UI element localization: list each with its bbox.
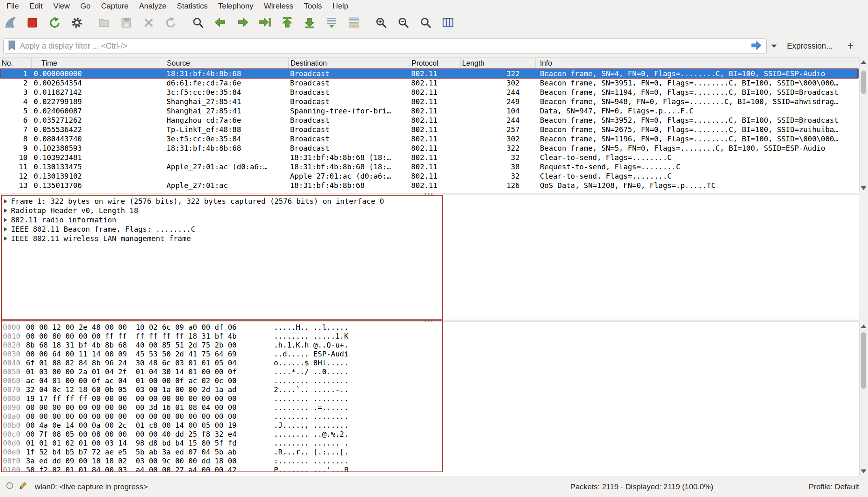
- hex-row[interactable]: 008019 17 ff ff ff 00 00 00 00 00 00 00 …: [0, 394, 859, 403]
- expand-arrow-icon[interactable]: [4, 199, 7, 203]
- hex-row[interactable]: 00a000 00 00 00 00 00 00 00 00 00 00 00 …: [0, 412, 859, 421]
- detail-row[interactable]: 802.11 radio information: [0, 215, 859, 224]
- scroll-up-icon[interactable]: [861, 60, 866, 64]
- scroll-down-icon[interactable]: [861, 469, 866, 473]
- capture-options-button[interactable]: [69, 15, 85, 32]
- bookmark-icon[interactable]: [8, 40, 16, 52]
- hex-row[interactable]: 0060ac 04 01 00 00 0f ac 04 01 00 00 0f …: [0, 376, 859, 385]
- hex-row[interactable]: 00208b 68 18 31 bf 4b 8b 68 40 00 85 51 …: [0, 341, 859, 350]
- packet-row[interactable]: 20.002654354d6:61:fe:cd:7a:6eBroadcast80…: [0, 78, 859, 87]
- add-filter-button[interactable]: +: [843, 40, 858, 52]
- detail-row[interactable]: IEEE 802.11 Beacon frame, Flags: .......…: [0, 224, 859, 234]
- hex-row[interactable]: 00b000 4a 0e 14 00 0a 00 2c 01 c8 00 14 …: [0, 421, 859, 430]
- apply-filter-icon[interactable]: [750, 39, 762, 53]
- reload-file-button[interactable]: [163, 15, 179, 32]
- menu-item-help[interactable]: Help: [327, 0, 354, 12]
- zoom-out-button[interactable]: [395, 15, 412, 32]
- hex-row[interactable]: 010050 f2 02 01 01 84 00 03 a4 00 00 27 …: [0, 465, 859, 474]
- first-packet-button[interactable]: [279, 15, 295, 32]
- detail-row[interactable]: Radiotap Header v0, Length 18: [0, 206, 859, 215]
- cell-src: 18:31:bf:4b:8b:68: [165, 69, 289, 78]
- capture-status-icon[interactable]: [6, 482, 14, 492]
- scroll-down-icon[interactable]: [861, 186, 866, 190]
- packet-row[interactable]: 110.130133475Apple_27:01:ac (d0:a6:…18:3…: [0, 162, 859, 171]
- menu-item-tools[interactable]: Tools: [299, 0, 327, 12]
- packet-list-scrollbar[interactable]: [859, 58, 868, 193]
- last-packet-button[interactable]: [301, 15, 318, 32]
- packet-row[interactable]: 50.024060087Shanghai_27:85:41Spanning-tr…: [0, 106, 859, 115]
- menu-item-telephony[interactable]: Telephony: [213, 0, 259, 12]
- menu-item-file[interactable]: File: [1, 0, 24, 12]
- expand-arrow-icon[interactable]: [4, 218, 7, 222]
- cell-time: 0.055536422: [32, 125, 165, 134]
- packet-row[interactable]: 70.055536422Tp-LinkT_ef:48:88Broadcast80…: [0, 125, 859, 134]
- go-forward-button[interactable]: [235, 15, 251, 32]
- column-header-no[interactable]: No.: [0, 58, 32, 68]
- hex-row[interactable]: 00d001 01 01 02 01 00 03 14 98 d8 bd b4 …: [0, 439, 859, 448]
- colorize-button[interactable]: [346, 15, 362, 32]
- profile-text[interactable]: Profile: Default: [808, 482, 859, 491]
- stop-capture-button[interactable]: [24, 15, 41, 32]
- packet-row[interactable]: 80.0804437403e:f5:cc:0e:35:84Broadcast80…: [0, 134, 859, 143]
- cell-dst: Broadcast: [289, 87, 410, 97]
- menu-item-analyze[interactable]: Analyze: [134, 0, 172, 12]
- column-header-destination[interactable]: Destination: [289, 58, 410, 68]
- expand-arrow-icon[interactable]: [4, 237, 7, 241]
- hex-pane-scrollbar[interactable]: [859, 322, 868, 476]
- hex-row[interactable]: 003000 00 64 00 11 14 00 09 45 53 50 2d …: [0, 350, 859, 358]
- packet-row[interactable]: 100.10392348118:31:bf:4b:8b:68 (18:…802.…: [0, 153, 859, 162]
- column-header-protocol[interactable]: Protocol: [410, 58, 461, 68]
- expand-arrow-icon[interactable]: [4, 227, 7, 231]
- menu-item-edit[interactable]: Edit: [24, 0, 48, 12]
- hex-row[interactable]: 005001 03 00 00 2a 01 04 2f 01 04 30 14 …: [0, 367, 859, 376]
- hex-row[interactable]: 00e01f 52 b4 b5 b7 72 ae e5 5b ab 3a ed …: [0, 448, 859, 456]
- column-header-time[interactable]: Time: [32, 58, 165, 68]
- packet-row[interactable]: 60.035271262Hangzhou_cd:7a:6eBroadcast80…: [0, 115, 859, 125]
- go-to-packet-button[interactable]: [257, 15, 273, 32]
- go-back-button[interactable]: [212, 15, 228, 32]
- packet-row[interactable]: 10.00000000018:31:bf:4b:8b:68Broadcast80…: [0, 69, 859, 78]
- open-file-button[interactable]: [96, 15, 112, 32]
- hex-row[interactable]: 00f03a ed dd 09 00 10 18 02 03 00 9c 00 …: [0, 456, 859, 465]
- find-packet-button[interactable]: [190, 15, 206, 32]
- auto-scroll-button[interactable]: [324, 15, 340, 32]
- detail-row[interactable]: IEEE 802.11 wireless LAN management fram…: [0, 234, 859, 243]
- restart-capture-button[interactable]: [47, 15, 63, 32]
- cell-dst: Apple_27:01:ac (d0:a6:…: [289, 171, 410, 181]
- packet-row[interactable]: 30.0118271423c:f5:cc:0e:35:84Broadcast80…: [0, 87, 859, 97]
- expression-button[interactable]: Expression...: [787, 41, 833, 51]
- packet-row[interactable]: 90.10238859318:31:bf:4b:8b:68Broadcast80…: [0, 143, 859, 153]
- menu-item-capture[interactable]: Capture: [96, 0, 134, 12]
- edit-comment-icon[interactable]: [19, 481, 28, 492]
- scroll-up-icon[interactable]: [861, 324, 866, 328]
- zoom-reset-button[interactable]: [418, 15, 434, 32]
- save-file-button[interactable]: [118, 15, 134, 32]
- hex-row[interactable]: 00406f 01 08 82 84 8b 96 24 30 48 6c 03 …: [0, 358, 859, 367]
- scrollbar-thumb[interactable]: [861, 70, 866, 94]
- expand-arrow-icon[interactable]: [4, 209, 7, 213]
- hex-row[interactable]: 00c000 7f 08 05 00 08 00 00 00 00 40 dd …: [0, 430, 859, 439]
- scrollbar-thumb[interactable]: [861, 332, 866, 389]
- column-header-length[interactable]: Length: [461, 58, 536, 68]
- menu-item-view[interactable]: View: [48, 0, 75, 12]
- hex-row[interactable]: 009000 00 00 00 00 00 00 00 00 3d 16 01 …: [0, 403, 859, 412]
- hex-row[interactable]: 007032 04 0c 12 18 60 0b 05 03 00 1a 00 …: [0, 385, 859, 394]
- packet-row[interactable]: 40.022799189Shanghai_27:85:41Broadcast80…: [0, 97, 859, 106]
- start-capture-button[interactable]: [2, 15, 18, 32]
- column-header-source[interactable]: Source: [165, 58, 289, 68]
- resize-columns-button[interactable]: [440, 15, 456, 32]
- menu-item-statistics[interactable]: Statistics: [172, 0, 213, 12]
- hex-row[interactable]: 001000 00 80 00 00 00 ff ff ff ff ff ff …: [0, 332, 859, 341]
- column-header-info[interactable]: Info: [536, 58, 859, 68]
- hex-row[interactable]: 000000 00 12 00 2e 48 00 00 10 02 6c 09 …: [0, 323, 859, 332]
- packet-row[interactable]: 130.135013706Apple_27:01:ac18:31:bf:4b:8…: [0, 181, 859, 190]
- packet-row[interactable]: 120.130139102Apple_27:01:ac (d0:a6:…802.…: [0, 171, 859, 181]
- display-filter-input[interactable]: Apply a display filter ... <Ctrl-/>: [3, 38, 767, 54]
- menu-item-go[interactable]: Go: [75, 0, 96, 12]
- filter-history-dropdown[interactable]: [768, 38, 781, 54]
- zoom-in-button[interactable]: [373, 15, 389, 32]
- close-file-button[interactable]: [141, 15, 157, 32]
- cell-dst: Broadcast: [289, 78, 410, 87]
- menu-item-wireless[interactable]: Wireless: [258, 0, 299, 12]
- detail-row[interactable]: Frame 1: 322 bytes on wire (2576 bits), …: [0, 196, 859, 206]
